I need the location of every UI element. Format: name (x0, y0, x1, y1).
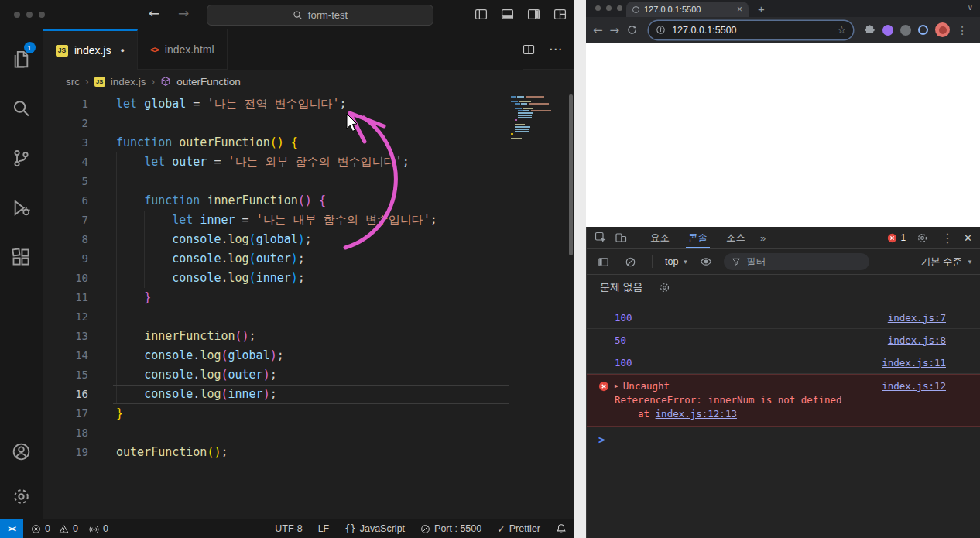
code-line-9[interactable]: 9 console.log(outer); (43, 249, 574, 269)
new-tab-button[interactable]: + (758, 2, 765, 15)
eol-status[interactable]: LF (318, 523, 330, 534)
expand-caret-icon[interactable]: ▶ (615, 379, 618, 393)
sidebar-item-explorer[interactable]: 1 (3, 34, 40, 84)
console-prompt[interactable]: > (587, 427, 980, 446)
device-toolbar-icon[interactable] (612, 228, 630, 247)
breadcrumb-symbol[interactable]: outerFunction (176, 76, 241, 87)
console-error-row[interactable]: ▶Uncaughtindex.js:12ReferenceError: inne… (587, 374, 980, 427)
encoding-status[interactable]: UTF-8 (275, 523, 302, 534)
source-link[interactable]: index.js:12 (882, 379, 946, 393)
code-line-11[interactable]: 11 } (43, 288, 574, 307)
extension-icon-blue[interactable] (918, 25, 928, 35)
modified-dot-icon[interactable]: ● (120, 46, 124, 54)
address-bar[interactable]: 127.0.0.1:5500 ☆ (649, 21, 853, 39)
customize-layout-icon[interactable] (553, 8, 567, 21)
extension-icon-grey[interactable] (900, 25, 911, 36)
source-link[interactable]: index.js:11 (882, 357, 946, 368)
problems-status[interactable]: 0 0 (31, 523, 78, 534)
browser-forward-icon[interactable]: → (610, 23, 620, 37)
console-log-row[interactable]: 50index.js:8 (587, 329, 980, 351)
history-forward-button[interactable]: → (178, 5, 189, 21)
window-controls[interactable] (14, 12, 45, 18)
context-selector[interactable]: top ▼ (665, 256, 688, 267)
code-line-7[interactable]: 7 let inner = '나는 내부 함수의 변수입니다'; (43, 211, 574, 230)
issues-label[interactable]: 문제 없음 (600, 280, 643, 294)
sidebar-item-run-debug[interactable] (3, 183, 40, 232)
live-expression-eye-icon[interactable] (697, 252, 715, 271)
site-info-icon[interactable] (656, 25, 666, 35)
page-viewport[interactable] (586, 43, 980, 227)
bookmark-star-icon[interactable]: ☆ (838, 24, 847, 36)
log-levels-dropdown[interactable]: 기본 수준 ▼ (921, 255, 973, 269)
editor-scrollbar[interactable] (569, 94, 573, 255)
code-line-1[interactable]: 1let global = '나는 전역 변수입니다'; (43, 94, 574, 114)
code-line-10[interactable]: 10 console.log(inner); (43, 269, 574, 288)
extension-icon-purple[interactable] (882, 25, 893, 36)
language-status[interactable]: {} JavaScript (344, 523, 405, 534)
console-sidebar-icon[interactable] (594, 252, 612, 271)
account-icon[interactable] (3, 429, 40, 474)
devtools-close-icon[interactable]: ✕ (964, 232, 972, 244)
code-line-18[interactable]: 18 (43, 423, 574, 443)
source-link[interactable]: index.js:8 (888, 334, 946, 346)
more-tabs-icon[interactable]: » (756, 232, 770, 244)
code-line-12[interactable]: 12 (43, 307, 574, 327)
error-count-badge[interactable]: 1 (887, 232, 906, 243)
breadcrumb-file[interactable]: index.js (111, 76, 146, 87)
tab-index-html[interactable]: <> index.html (138, 29, 228, 70)
tab-search-chevron-icon[interactable]: ∨ (968, 3, 973, 12)
code-line-4[interactable]: 4 let outer = '나는 외부 함수의 변수입니다'; (43, 152, 574, 172)
code-line-15[interactable]: 15 console.log(outer); (43, 365, 574, 385)
extensions-puzzle-icon[interactable] (864, 24, 875, 36)
tab-console[interactable]: 콘솔 (680, 227, 716, 248)
split-editor-icon[interactable] (523, 43, 535, 56)
reload-icon[interactable] (626, 24, 638, 36)
code-editor[interactable]: 1let global = '나는 전역 변수입니다';23function o… (43, 93, 574, 519)
settings-gear-icon[interactable] (3, 474, 40, 519)
tab-sources[interactable]: 소스 (718, 227, 754, 248)
code-line-8[interactable]: 8 console.log(global); (43, 230, 574, 249)
devtools-menu-kebab-icon[interactable]: ⋮ (938, 228, 957, 247)
toggle-sidebar-icon[interactable] (475, 8, 488, 21)
browser-menu-kebab-icon[interactable]: ⋮ (957, 24, 968, 36)
profile-avatar[interactable] (935, 22, 950, 37)
breadcrumb-src[interactable]: src (66, 76, 80, 87)
toggle-panel-icon[interactable] (501, 8, 514, 21)
devtools-settings-gear-icon[interactable] (913, 228, 931, 247)
toggle-secondary-sidebar-icon[interactable] (527, 8, 540, 21)
console-filter-input[interactable] (746, 256, 839, 267)
code-line-17[interactable]: 17} (43, 404, 574, 423)
issues-settings-gear-icon[interactable] (656, 278, 674, 296)
code-line-6[interactable]: 6 function innerFunction() { (43, 191, 574, 211)
prettier-status[interactable]: ✓ Prettier (497, 523, 540, 535)
console-log-row[interactable]: 100index.js:11 (587, 351, 980, 374)
console-log-row[interactable]: 100index.js:7 (587, 307, 980, 329)
remote-indicator[interactable]: >< (0, 519, 23, 538)
tab-elements[interactable]: 요소 (642, 227, 678, 248)
code-line-14[interactable]: 14 console.log(global); (43, 346, 574, 365)
clear-console-icon[interactable] (621, 252, 639, 271)
code-line-3[interactable]: 3function outerFunction() { (43, 133, 574, 152)
notifications-bell-icon[interactable] (556, 523, 567, 534)
port-forward-status[interactable]: 0 (89, 523, 108, 534)
console-filter[interactable] (724, 253, 869, 270)
window-controls[interactable] (595, 5, 622, 11)
tab-close-icon[interactable]: × (737, 4, 742, 15)
sidebar-item-extensions[interactable] (3, 232, 40, 282)
source-link[interactable]: index.js:7 (888, 312, 946, 324)
minimap[interactable] (511, 94, 567, 144)
sidebar-item-source-control[interactable] (3, 133, 40, 183)
command-center-search[interactable]: form-test (207, 5, 433, 26)
history-back-button[interactable]: ← (149, 5, 159, 21)
inspect-element-icon[interactable] (591, 228, 610, 247)
code-line-16[interactable]: 16 console.log(inner); (43, 385, 574, 404)
code-line-13[interactable]: 13 innerFunction(); (43, 327, 574, 346)
stack-source-link[interactable]: index.js:12:13 (656, 408, 737, 420)
browser-tab[interactable]: 127.0.0.1:5500 × (626, 2, 749, 17)
url-text[interactable]: 127.0.0.1:5500 (672, 25, 831, 36)
browser-back-icon[interactable]: ← (593, 23, 603, 37)
code-line-5[interactable]: 5 (43, 172, 574, 191)
editor-actions-more-icon[interactable]: ⋯ (549, 41, 562, 57)
live-server-port-status[interactable]: Port : 5500 (420, 523, 481, 534)
code-line-2[interactable]: 2 (43, 114, 574, 133)
